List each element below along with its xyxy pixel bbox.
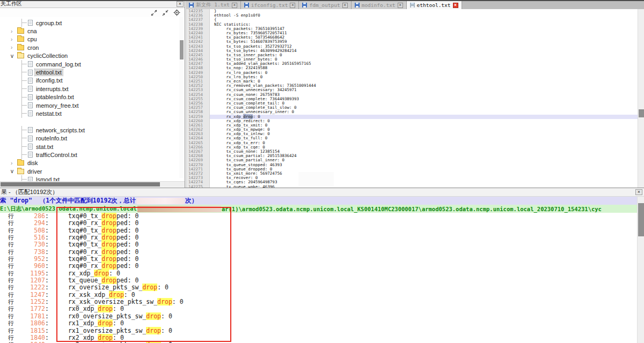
tree-item-cron[interactable]: ›cron	[0, 43, 185, 51]
tree-item-memory_free.txt[interactable]: memory_free.txt	[0, 101, 185, 109]
tree-item-ifconfig.txt[interactable]: ifconfig.txt	[0, 77, 185, 85]
result-colon: :	[45, 256, 49, 263]
editor-pane[interactable]: 142235}142236ethtool -S enp1s0f0142237{1…	[186, 9, 638, 188]
tab-ifconfig.txt[interactable]: ifconfig.txt×	[241, 1, 299, 9]
file-icon	[28, 127, 33, 133]
scrollbar-thumb[interactable]	[180, 40, 184, 59]
result-colon: :	[45, 263, 49, 270]
result-row[interactable]: 行1247:rx_xsk_xdp_drop: 0	[0, 292, 644, 299]
result-text: rx_xdp_drop: 0	[68, 270, 120, 277]
result-row[interactable]: 行286:txq#0_tx_dropped: 0	[0, 213, 644, 220]
tree-item-ethtool.txt[interactable]: ethtool.txt	[0, 68, 185, 76]
locate-file-icon[interactable]	[173, 9, 180, 16]
editor-line[interactable]: 142237{	[186, 18, 638, 22]
results-vertical-scrollbar[interactable]	[637, 197, 644, 343]
result-row[interactable]: 行960:rxq#0_rx_dropped: 0	[0, 263, 644, 270]
tree-item-trafficControl.txt[interactable]: trafficControl.txt	[0, 151, 185, 159]
chevron-down-icon[interactable]: v	[11, 53, 17, 59]
result-row[interactable]: 行516:rxq#0_rx_dropped: 0	[0, 234, 644, 241]
tree-item-iptablesInfo.txt[interactable]: iptablesInfo.txt	[0, 93, 185, 101]
result-row[interactable]: 行1252:rx_xsk_oversize_pkts_sw_drop: 0	[0, 299, 644, 305]
chevron-right-icon[interactable]: ›	[11, 44, 17, 50]
result-row[interactable]: 行952:txq#0_tx_dropped: 0	[0, 256, 644, 263]
tree-item-cgroup.txt[interactable]: cgroup.txt	[0, 19, 185, 27]
line-text: tx_queue_stopped: 46393	[210, 163, 638, 167]
line-text: rx_xdp_tx_full: 0	[210, 136, 638, 140]
result-row[interactable]: 行1772:rx0_xdp_drop: 0	[0, 305, 644, 312]
result-file-path[interactable]: E:\日志\armod0523.odata.ncmp.unicom.local …	[0, 205, 644, 213]
editor-line[interactable]: 142236ethtool -S enp1s0f0	[186, 13, 638, 18]
expand-panel-icon[interactable]	[151, 10, 157, 16]
result-row[interactable]: 行1207:tx_queue_dropped: 0	[0, 277, 644, 284]
result-row[interactable]: 行730:txq#0_tx_dropped: 0	[0, 241, 644, 248]
tab-fdm_output[interactable]: fdm_output×	[299, 1, 351, 9]
close-results-icon[interactable]: ×	[635, 189, 642, 195]
result-row[interactable]: 行738:rxq#0_rx_dropped: 0	[0, 249, 644, 256]
tree-item-network_scripts.txt[interactable]: network_scripts.txt	[0, 126, 185, 134]
result-text: rx0_oversize_pkts_sw_drop: 0	[68, 313, 172, 320]
result-row[interactable]: 行1815:rx1_oversize_pkts_sw_drop: 0	[0, 327, 644, 334]
results-header: 果 - （匹配10192次） ×	[0, 188, 644, 197]
tab-modinfo.txt[interactable]: modinfo.txt×	[352, 1, 407, 9]
scrollbar-thumb[interactable]	[639, 109, 644, 117]
result-text: txq#0_tx_dropped: 0	[68, 227, 139, 234]
result-row[interactable]: 行1222:rx_oversize_pkts_sw_drop: 0	[0, 284, 644, 291]
scrollbar-thumb[interactable]	[638, 203, 644, 236]
close-icon[interactable]: ×	[177, 1, 184, 7]
tree-item-label: ethtool.txt	[35, 69, 63, 76]
row-label: 行	[8, 270, 15, 277]
close-tab-icon[interactable]: ×	[290, 3, 295, 8]
tree-vertical-scrollbar[interactable]	[179, 17, 184, 178]
tab--1.txt[interactable]: 新文件 1.txt×	[186, 1, 241, 9]
file-icon	[28, 110, 33, 116]
tree-item-cna[interactable]: ›cna	[0, 27, 185, 35]
tree-item-driver[interactable]: vdriver	[0, 167, 185, 175]
row-label: 行	[8, 227, 15, 234]
tree-item-routeInfo.txt[interactable]: routeInfo.txt	[0, 134, 185, 142]
tree-item-cyclicCollection[interactable]: vcyclicCollection	[0, 52, 185, 60]
tree-item-cpu[interactable]: ›cpu	[0, 35, 185, 43]
file-icon	[28, 152, 33, 158]
save-icon	[189, 3, 194, 8]
chevron-right-icon[interactable]: ›	[11, 28, 17, 34]
result-text: rx1_oversize_pkts_sw_drop: 0	[68, 327, 172, 334]
tree-item-lsmod.txt[interactable]: lsmod.txt	[0, 175, 185, 181]
collapse-panel-icon[interactable]	[162, 10, 169, 16]
result-line-number: 738	[15, 249, 45, 256]
result-text: tx_queue_dropped: 0	[68, 277, 139, 284]
tree-item-command_log.txt[interactable]: command_log.txt	[0, 60, 185, 68]
result-colon: :	[45, 220, 49, 227]
result-row[interactable]: 行1806:rx1_xdp_drop: 0	[0, 320, 644, 327]
tree-connector	[21, 85, 28, 93]
result-colon: :	[45, 249, 49, 256]
tree-item-disk[interactable]: ›disk	[0, 159, 185, 167]
file-icon	[28, 78, 33, 84]
match-highlight: drop	[101, 213, 116, 220]
scrollbar-thumb[interactable]	[1, 182, 160, 187]
tree-item-interrupts.txt[interactable]: interrupts.txt	[0, 85, 185, 93]
result-line-number: 1806	[15, 320, 45, 327]
editor-vertical-scrollbar[interactable]	[638, 9, 644, 188]
result-row[interactable]: 行1195:rx_xdp_drop: 0	[0, 270, 644, 277]
tree-item-stat.txt[interactable]: stat.txt	[0, 143, 185, 151]
tab-ethtool.txt[interactable]: ethtool.txt×	[407, 1, 462, 9]
close-tab-icon[interactable]: ×	[342, 3, 348, 8]
tree-connector	[21, 93, 28, 101]
result-text: rxq#0_rx_dropped: 0	[68, 249, 139, 256]
tree-horizontal-scrollbar[interactable]	[0, 181, 185, 187]
result-row[interactable]: 行1781:rx0_oversize_pkts_sw_drop: 0	[0, 313, 644, 320]
chevron-right-icon[interactable]: ›	[11, 160, 17, 166]
close-tab-icon[interactable]: ×	[398, 3, 403, 8]
chevron-down-icon[interactable]: v	[11, 168, 17, 174]
tree-connector	[21, 134, 28, 142]
result-row[interactable]: 行508:txq#0_tx_dropped: 0	[0, 227, 644, 234]
result-row[interactable]: 行294:rxq#0_rx_dropped: 0	[0, 220, 644, 227]
chevron-right-icon[interactable]: ›	[11, 36, 17, 42]
tab-label: 新文件 1.txt	[196, 2, 230, 9]
close-tab-icon[interactable]: ×	[453, 3, 458, 8]
close-tab-icon[interactable]: ×	[232, 3, 237, 8]
result-row[interactable]: 行1840:rx2_xdp_drop: 0	[0, 334, 644, 341]
result-line-number: 1840	[15, 334, 45, 341]
tree-connector	[21, 175, 28, 181]
result-text: rx2_xdp_drop: 0	[68, 334, 124, 341]
